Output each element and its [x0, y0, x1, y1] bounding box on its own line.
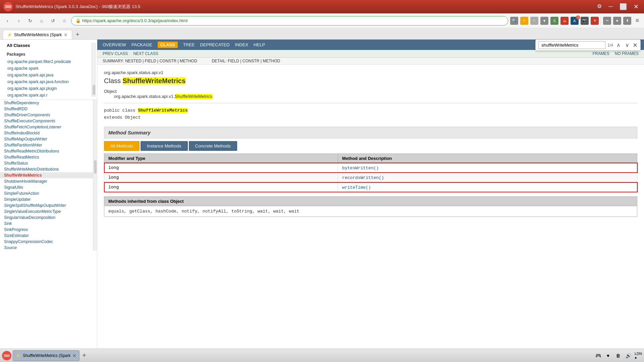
extension-icon-3[interactable]: ☆: [530, 17, 538, 25]
sidebar-item-SingleSpillShuffleMapOutputWriter[interactable]: SingleSpillShuffleMapOutputWriter: [0, 202, 93, 208]
url-lock-icon: 🔒: [75, 18, 81, 23]
taskbar-icon-4[interactable]: 🔊: [625, 352, 632, 359]
extension-icon-10[interactable]: ✂: [603, 17, 611, 25]
taskbar-icon-1[interactable]: 🎮: [594, 352, 602, 359]
sidebar-item-ShutdownHookManager[interactable]: ShutdownHookManager: [0, 178, 93, 184]
extension-icon-6[interactable]: 🦊: [560, 17, 569, 25]
close-button[interactable]: ✕: [632, 3, 641, 10]
sidebar-item-Source[interactable]: Source: [0, 245, 93, 251]
method-recordsWritten[interactable]: recordsWritten(): [338, 173, 637, 182]
sidebar-item-ShuffledRDD[interactable]: ShuffledRDD: [0, 106, 93, 112]
sidebar-package-parquet[interactable]: org.apache.parquet.filter2.predicate: [3, 59, 92, 65]
sidebar-item-ShuffleMapOutputWriter[interactable]: ShuffleMapOutputWriter: [0, 136, 93, 142]
taskbar-new-tab[interactable]: +: [81, 352, 88, 359]
sidebar-item-SimpleUpdater[interactable]: SimpleUpdater: [0, 196, 93, 202]
nav-help[interactable]: HELP: [254, 42, 265, 47]
sidebar-package-api-r[interactable]: org.apache.spark.api.r: [3, 92, 92, 98]
extension-icon-7[interactable]: A 3: [571, 17, 579, 25]
home-button[interactable]: ⌂: [37, 16, 46, 25]
taskbar-icon-3[interactable]: 🗑: [614, 352, 622, 359]
nav-deprecated[interactable]: DEPRECATED: [200, 42, 229, 47]
back-button[interactable]: ‹: [3, 16, 12, 25]
bookmark-button[interactable]: ☆: [60, 16, 69, 25]
taskbar-app-browser[interactable]: ⚡ ShuffleWriteMetrics (Spark ✕: [13, 350, 79, 361]
taskbar: 360 ⚡ ShuffleWriteMetrics (Spark ✕ + 🎮 ♥…: [0, 349, 644, 362]
extension-icon-5[interactable]: S: [550, 17, 558, 25]
sidebar-item-ShuffleExecutorComponents[interactable]: ShuffleExecutorComponents: [0, 118, 93, 124]
settings-icon[interactable]: ⚙: [595, 3, 604, 10]
sidebar-item-SinkProgress[interactable]: SinkProgress: [0, 227, 93, 233]
sidebar-item-ShuffleWriteMetrics[interactable]: ShuffleWriteMetrics: [0, 172, 93, 178]
tab-favicon: ⚡: [7, 33, 12, 37]
sidebar-item-ShuffleWriteMetricDistributions[interactable]: ShuffleWriteMetricDistributions: [0, 166, 93, 172]
prev-class-link[interactable]: PREV CLASS: [103, 51, 128, 56]
package-name: org.apache.spark.status.api.v1: [104, 70, 637, 75]
taskbar-icon-5[interactable]: LDN ●: [635, 352, 642, 359]
sidebar-item-SignalUtils[interactable]: SignalUtils: [0, 184, 93, 190]
minimize-button[interactable]: ─: [606, 3, 615, 10]
sidebar-item-Sink[interactable]: Sink: [0, 221, 93, 227]
tab-close-button[interactable]: ✕: [64, 32, 68, 38]
nav-tree[interactable]: TREE: [183, 42, 195, 47]
forward-button[interactable]: ›: [14, 16, 23, 25]
sidebar-item-ShuffleStatus[interactable]: ShuffleStatus: [0, 160, 93, 166]
sidebar-item-SingleValueExecutorMetricType[interactable]: SingleValueExecutorMetricType: [0, 208, 93, 215]
find-prev-button[interactable]: ∧: [615, 41, 622, 49]
toolbar-icons: 🔍 ⚡ ☆ ▼ S 🦊 A 3 📷 ✕ ✂ ▼ ⬇ ≡: [510, 17, 641, 25]
extension-icon-4[interactable]: ▼: [540, 17, 548, 25]
nav-index[interactable]: INDEX: [235, 42, 248, 47]
sidebar-package-api-java[interactable]: org.apache.spark.api.java: [3, 72, 92, 78]
tab-all-methods[interactable]: All Methods: [104, 141, 140, 151]
tab-instance-methods[interactable]: Instance Methods: [141, 141, 188, 151]
extension-icon-11[interactable]: ▼: [613, 17, 621, 25]
find-next-button[interactable]: ∨: [624, 41, 631, 49]
sidebar-item-ShuffleDependency[interactable]: ShuffleDependency: [0, 100, 93, 106]
find-input[interactable]: [538, 41, 605, 49]
sidebar-item-SizeEstimator[interactable]: SizeEstimator: [0, 233, 93, 239]
browser-chrome: 360 ShuffleWriteMetrics (Spark 3.0.3 Jav…: [0, 0, 644, 13]
sidebar-item-SingularValueDecomposition[interactable]: SingularValueDecomposition: [0, 215, 93, 221]
next-class-link[interactable]: NEXT CLASS: [133, 51, 158, 56]
extension-icon-9[interactable]: ✕: [591, 17, 599, 25]
sidebar-item-ShuffleReadMetrics[interactable]: ShuffleReadMetrics: [0, 154, 93, 160]
class-declaration: public class ShuffleWriteMetrics extends…: [104, 107, 637, 121]
menu-icon[interactable]: ≡: [633, 17, 641, 25]
sidebar-item-SnappyCompressionCodec[interactable]: SnappyCompressionCodec: [0, 239, 93, 245]
main-layout: All Classes Packages org.apache.parquet.…: [0, 40, 644, 362]
frames-link[interactable]: FRAMES: [593, 51, 609, 56]
content-area: OVERVIEW PACKAGE CLASS TREE DEPRECATED I…: [97, 40, 644, 362]
new-tab-button[interactable]: +: [73, 30, 82, 39]
restore-button[interactable]: ⬜: [618, 3, 629, 10]
sidebar-item-ShuffleFetchCompletionListener[interactable]: ShuffleFetchCompletionListener: [0, 124, 93, 130]
detail-text: DETAIL: FIELD | CONSTR | METHOD: [212, 59, 280, 63]
all-classes-header[interactable]: All Classes: [3, 41, 92, 50]
reload-button[interactable]: ↻: [25, 16, 35, 25]
find-close-button[interactable]: ✕: [633, 42, 638, 49]
method-writeTime[interactable]: writeTime(): [338, 182, 637, 192]
taskbar-app-close[interactable]: ✕: [72, 353, 76, 358]
sidebar-item-ShuffleReadMetricDistributions[interactable]: ShuffleReadMetricDistributions: [0, 148, 93, 154]
sidebar-package-api-plugin[interactable]: org.apache.spark.api.plugin: [3, 85, 92, 92]
extension-icon-1[interactable]: 🔍: [510, 17, 518, 25]
sidebar-item-ShufflePartitionWriter[interactable]: ShufflePartitionWriter: [0, 142, 93, 148]
sidebar-item-ShuffleIndexBlockId[interactable]: ShuffleIndexBlockId: [0, 130, 93, 136]
class-hierarchy: Object org.apache.spark.status.api.v1.Sh…: [104, 89, 637, 99]
method-bytesWritten[interactable]: bytesWritten(): [338, 163, 637, 173]
sidebar-item-ShuffleDriverComponents[interactable]: ShuffleDriverComponents: [0, 112, 93, 118]
sidebar-package-api-java-function[interactable]: org.apache.spark.api.java.function: [3, 79, 92, 85]
nav-package[interactable]: PACKAGE: [131, 42, 152, 47]
taskbar-icon-2[interactable]: ♥: [604, 352, 612, 359]
active-tab[interactable]: ⚡ ShuffleWriteMetrics (Spark ✕: [3, 30, 72, 39]
extension-icon-12[interactable]: ⬇: [623, 17, 631, 25]
nav-overview[interactable]: OVERVIEW: [103, 42, 126, 47]
sidebar-package-spark[interactable]: org.apache.spark: [3, 65, 92, 71]
sidebar-item-SimpleFutureAction[interactable]: SimpleFutureAction: [0, 190, 93, 196]
url-bar[interactable]: 🔒 https://spark.apache.org/docs/3.0.3/ap…: [71, 16, 508, 25]
no-frames-link[interactable]: NO FRAMES: [615, 51, 639, 56]
extension-icon-2[interactable]: ⚡: [520, 17, 528, 25]
nav-history-back[interactable]: ↺: [48, 16, 58, 25]
url-text: https://spark.apache.org/docs/3.0.3/api/…: [82, 18, 187, 23]
nav-class[interactable]: CLASS: [158, 42, 178, 48]
extension-icon-8[interactable]: 📷: [581, 17, 589, 25]
tab-concrete-methods[interactable]: Concrete Methods: [189, 141, 237, 151]
